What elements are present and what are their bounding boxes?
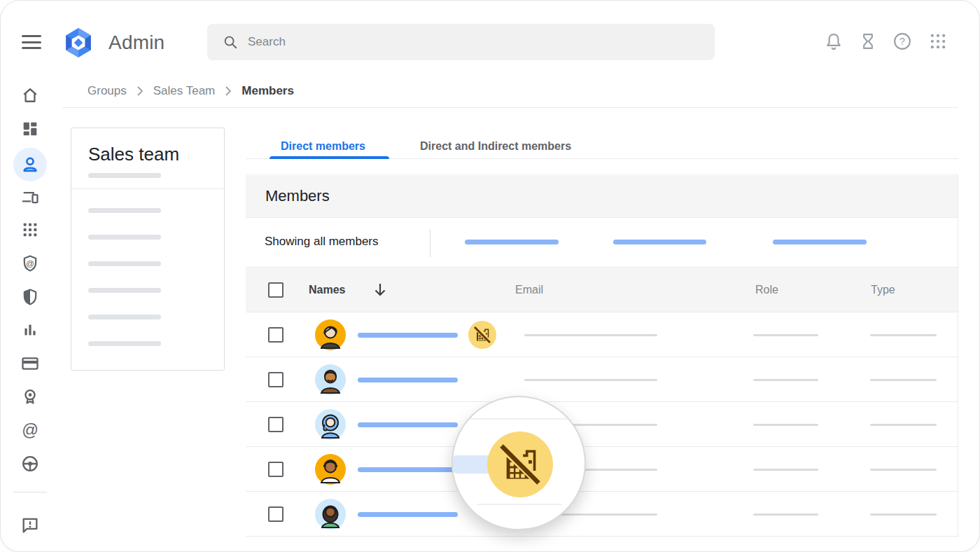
- row-checkbox[interactable]: [268, 372, 284, 387]
- external-member-badge: [468, 321, 496, 349]
- sidebar-item-dashboard-icon[interactable]: [20, 119, 40, 139]
- tab-label: Direct and Indirect members: [420, 140, 571, 153]
- avatar-woman-white-hair: [315, 319, 346, 350]
- table-header: Names Email Role Type: [246, 267, 958, 312]
- skeleton-line: [88, 173, 161, 178]
- svg-text:@: @: [22, 421, 38, 439]
- divider: [71, 188, 224, 189]
- apps-grid-icon[interactable]: [928, 32, 948, 51]
- domain-disabled-icon: [474, 326, 491, 343]
- email-skeleton: [524, 334, 657, 336]
- svg-text:?: ?: [899, 36, 905, 47]
- row-checkbox[interactable]: [268, 327, 284, 343]
- skeleton-line: [88, 208, 161, 213]
- notifications-bell-icon[interactable]: [824, 32, 844, 51]
- skeleton-line: [88, 288, 161, 293]
- avatar-man-red-hair: [315, 364, 346, 395]
- skeleton-line: [88, 315, 161, 319]
- app-title: Admin: [108, 32, 164, 54]
- sidebar-item-home-icon[interactable]: [20, 85, 40, 105]
- sidebar-item-directory-icon[interactable]: [20, 155, 40, 174]
- search-placeholder: Search: [248, 35, 286, 49]
- row-checkbox[interactable]: [268, 462, 284, 477]
- sidebar-item-apps-icon[interactable]: [20, 220, 40, 240]
- magnified-row-border: [477, 504, 562, 505]
- menu-icon[interactable]: [22, 35, 41, 50]
- filter-chip-skeleton[interactable]: [465, 240, 559, 244]
- type-skeleton: [870, 334, 937, 336]
- sidebar-item-feedback-icon[interactable]: [20, 515, 40, 534]
- role-skeleton: [753, 469, 818, 471]
- column-header-role[interactable]: Role: [755, 284, 778, 296]
- select-all-checkbox[interactable]: [268, 282, 284, 298]
- role-skeleton: [753, 424, 818, 426]
- table-row[interactable]: [246, 357, 958, 402]
- sidebar-item-security-icon[interactable]: [20, 287, 40, 307]
- members-section-header: Members: [246, 174, 958, 218]
- type-skeleton: [870, 379, 937, 381]
- table-row[interactable]: [246, 402, 958, 447]
- name-skeleton: [358, 422, 458, 427]
- tab-direct-members[interactable]: Direct members: [270, 134, 377, 159]
- breadcrumb: Groups Sales Team Members: [88, 82, 294, 100]
- row-checkbox[interactable]: [268, 506, 284, 522]
- table-row[interactable]: [246, 492, 958, 537]
- admin-logo-icon: [62, 27, 94, 59]
- sidebar-item-billing-icon[interactable]: [20, 354, 40, 373]
- sidebar-item-devices-icon[interactable]: [20, 187, 40, 207]
- group-info-panel: Sales team: [71, 127, 225, 371]
- type-skeleton: [870, 424, 937, 426]
- sort-descending-icon[interactable]: [372, 281, 388, 299]
- showing-all-members-label: Showing all members: [265, 235, 379, 249]
- magnifier-lens: [451, 396, 586, 530]
- table-row[interactable]: [246, 312, 958, 357]
- sidebar-item-badges-icon[interactable]: [20, 387, 40, 406]
- external-member-badge-magnified: [487, 432, 553, 497]
- tab-direct-and-indirect-members[interactable]: Direct and Indirect members: [409, 134, 582, 159]
- type-skeleton: [870, 469, 937, 471]
- sidebar-item-rules-icon[interactable]: [20, 454, 40, 474]
- search-input[interactable]: Search: [207, 24, 715, 60]
- role-skeleton: [753, 379, 818, 381]
- avatar-man-dark-hair: [315, 454, 346, 485]
- type-skeleton: [870, 513, 937, 516]
- chevron-right-icon: [225, 85, 232, 97]
- row-checkbox[interactable]: [268, 417, 284, 432]
- role-skeleton: [753, 334, 818, 336]
- role-skeleton: [753, 513, 818, 516]
- svg-text:@: @: [26, 258, 34, 268]
- skeleton-line: [88, 235, 161, 240]
- divider: [430, 229, 430, 257]
- column-header-email[interactable]: Email: [515, 284, 543, 296]
- pending-tasks-hourglass-icon[interactable]: [858, 32, 878, 51]
- name-skeleton: [358, 378, 458, 382]
- table-row[interactable]: [246, 447, 958, 492]
- filter-chip-skeleton[interactable]: [773, 240, 867, 244]
- members-title: Members: [265, 187, 330, 205]
- magnified-row-border: [465, 418, 572, 420]
- sidebar-item-reporting-icon[interactable]: [20, 320, 40, 340]
- email-skeleton: [524, 379, 657, 381]
- group-title: Sales team: [88, 144, 179, 165]
- filter-chip-skeleton[interactable]: [613, 240, 706, 244]
- avatar-woman-hijab: [315, 409, 346, 440]
- breadcrumb-members: Members: [241, 84, 294, 98]
- search-icon: [223, 34, 238, 50]
- members-table-body: [246, 312, 958, 537]
- skeleton-line: [88, 341, 161, 346]
- column-header-names[interactable]: Names: [309, 284, 345, 296]
- avatar-woman-dark-hair: [315, 499, 346, 530]
- members-filter-row: Showing all members: [246, 218, 958, 267]
- sidebar-item-domains-icon[interactable]: @: [20, 420, 40, 440]
- breadcrumb-groups[interactable]: Groups: [88, 84, 127, 98]
- help-icon[interactable]: ?: [892, 32, 912, 51]
- skeleton-line: [88, 261, 161, 266]
- name-skeleton: [358, 512, 458, 517]
- name-skeleton: [358, 333, 458, 338]
- sidebar-item-policy-icon[interactable]: @: [20, 254, 40, 273]
- column-header-type[interactable]: Type: [871, 284, 895, 296]
- divider: [13, 492, 47, 492]
- breadcrumb-sales-team[interactable]: Sales Team: [153, 84, 216, 98]
- domain-disabled-icon: [500, 444, 540, 485]
- divider: [62, 107, 958, 108]
